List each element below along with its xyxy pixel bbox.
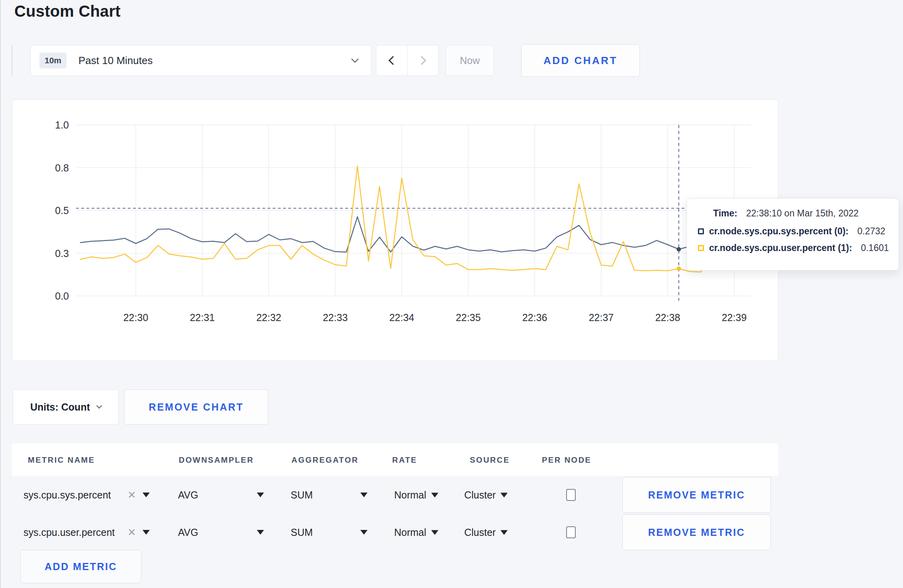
remove-metric-button[interactable]: REMOVE METRIC	[622, 514, 771, 550]
tooltip-series-label: cr.node.sys.cpu.sys.percent (0):	[709, 226, 848, 237]
col-header-downsampler: DOWNSAMPLER	[179, 455, 254, 464]
time-pager	[376, 45, 439, 76]
metric-row: sys.cpu.user.percent ✕ AVG SUM Normal Cl…	[0, 514, 903, 551]
units-select[interactable]: Units: Count	[13, 389, 119, 424]
svg-text:22:32: 22:32	[256, 312, 281, 323]
per-node-checkbox[interactable]	[566, 489, 576, 501]
units-label: Units: Count	[30, 401, 90, 413]
tooltip-time-value: 22:38:10 on Mar 15th, 2022	[746, 208, 859, 219]
svg-text:22:39: 22:39	[722, 312, 747, 323]
prev-timeframe-button[interactable]	[376, 45, 407, 76]
col-header-source: SOURCE	[470, 455, 510, 464]
svg-text:22:33: 22:33	[323, 312, 348, 323]
svg-text:0.0: 0.0	[55, 290, 69, 302]
col-header-per-node: PER NODE	[542, 455, 591, 464]
metrics-table-header: METRIC NAME DOWNSAMPLER AGGREGATOR RATE …	[12, 444, 778, 476]
chart-svg[interactable]: 0.00.30.50.81.022:3022:3122:3222:3322:34…	[12, 100, 779, 361]
now-button[interactable]: Now	[446, 45, 494, 76]
svg-text:0.3: 0.3	[55, 248, 69, 259]
downsampler-select[interactable]: AVG	[178, 527, 198, 538]
downsampler-select[interactable]: AVG	[178, 489, 198, 501]
svg-text:0.8: 0.8	[55, 162, 69, 173]
caret-down-icon[interactable]	[257, 493, 264, 497]
series-sys-swatch-icon	[698, 228, 704, 234]
svg-text:22:37: 22:37	[589, 312, 614, 323]
aggregator-select[interactable]: SUM	[291, 489, 313, 501]
toolbar-divider	[12, 45, 12, 76]
svg-text:22:35: 22:35	[456, 312, 481, 323]
source-select[interactable]: Cluster	[464, 527, 508, 538]
svg-text:22:30: 22:30	[123, 312, 149, 323]
caret-down-icon[interactable]	[360, 530, 367, 535]
tooltip-series-label: cr.node.sys.cpu.user.percent (1):	[709, 243, 852, 253]
caret-down-icon	[431, 493, 438, 498]
time-range-label: Past 10 Minutes	[78, 55, 152, 67]
chart-tooltip: Time: 22:38:10 on Mar 15th, 2022 cr.node…	[686, 198, 899, 271]
chevron-down-icon	[351, 55, 358, 62]
tooltip-series-value: 0.1601	[861, 243, 889, 253]
tooltip-series-value: 0.2732	[857, 226, 885, 237]
chevron-down-icon	[96, 403, 102, 409]
clear-metric-x-icon[interactable]: ✕	[127, 526, 136, 539]
source-select[interactable]: Cluster	[464, 489, 508, 501]
metric-name-value[interactable]: sys.cpu.user.percent	[23, 527, 115, 538]
svg-text:22:34: 22:34	[389, 312, 414, 323]
per-node-checkbox[interactable]	[566, 526, 576, 538]
clear-metric-x-icon[interactable]: ✕	[127, 489, 136, 501]
aggregator-select[interactable]: SUM	[291, 527, 313, 538]
remove-chart-button[interactable]: REMOVE CHART	[124, 389, 268, 424]
caret-down-icon	[500, 530, 508, 535]
col-header-aggregator: AGGREGATOR	[291, 455, 359, 464]
chevron-left-icon	[388, 56, 397, 65]
add-chart-button[interactable]: ADD CHART	[521, 44, 640, 77]
metric-row: sys.cpu.sys.percent ✕ AVG SUM Normal Clu…	[0, 477, 903, 513]
caret-down-icon	[431, 530, 438, 535]
add-metric-button[interactable]: ADD METRIC	[20, 550, 141, 583]
caret-down-icon[interactable]	[257, 530, 264, 535]
caret-down-icon[interactable]	[360, 493, 367, 497]
col-header-rate: RATE	[392, 455, 417, 464]
chevron-right-icon	[417, 56, 426, 65]
col-header-metric-name: METRIC NAME	[28, 455, 95, 464]
caret-down-icon[interactable]	[143, 530, 150, 535]
rate-select[interactable]: Normal	[394, 489, 438, 501]
time-range-select[interactable]: 10m Past 10 Minutes	[30, 45, 371, 76]
svg-text:22:38: 22:38	[655, 312, 680, 323]
tooltip-time-label: Time:	[713, 208, 737, 219]
svg-text:22:31: 22:31	[190, 312, 215, 323]
svg-text:0.5: 0.5	[55, 205, 69, 216]
svg-text:22:36: 22:36	[522, 312, 547, 323]
caret-down-icon	[500, 493, 508, 498]
page-title: Custom Chart	[14, 2, 121, 20]
metric-name-value[interactable]: sys.cpu.sys.percent	[23, 489, 111, 501]
time-range-badge: 10m	[39, 53, 66, 68]
chart-card: 0.00.30.50.81.022:3022:3122:3222:3322:34…	[12, 99, 778, 361]
caret-down-icon[interactable]	[143, 493, 150, 497]
next-timeframe-button[interactable]	[407, 45, 439, 76]
svg-text:1.0: 1.0	[55, 119, 69, 130]
series-user-swatch-icon	[698, 245, 704, 251]
remove-metric-button[interactable]: REMOVE METRIC	[622, 477, 771, 513]
rate-select[interactable]: Normal	[394, 527, 438, 538]
